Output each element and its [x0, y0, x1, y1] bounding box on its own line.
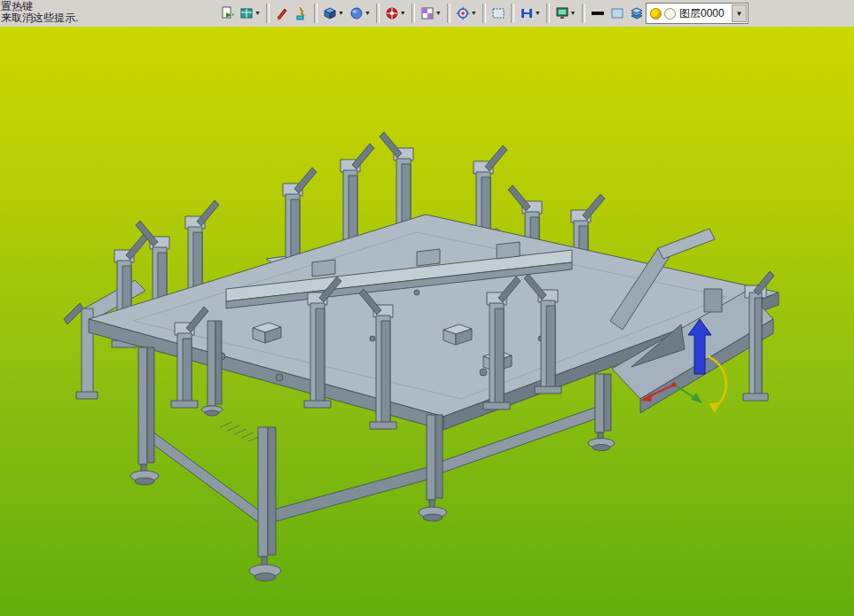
main-toolbar: 置热键 来取消这些提示. ▼ ▼ ▼ ▼ ▼ ▼ ▼ ▼: [0, 0, 854, 27]
toolbar-separator: [447, 4, 451, 23]
toolbar-separator: [582, 4, 585, 23]
dropdown-arrow-icon: ▼: [338, 3, 344, 24]
cad-model-svg: [0, 27, 854, 616]
fixture-model: [64, 132, 779, 581]
cad-application-window: 置热键 来取消这些提示. ▼ ▼ ▼ ▼ ▼ ▼ ▼ ▼: [0, 0, 854, 616]
fit-view-button[interactable]: ▼: [517, 2, 544, 25]
dropdown-arrow-icon: ▼: [255, 3, 261, 24]
display-mode-button[interactable]: ▼: [552, 2, 579, 25]
texture-icon: [420, 6, 435, 20]
fit-view-icon: [520, 6, 534, 20]
toolbar-separator: [266, 4, 270, 23]
work-plane-button[interactable]: [607, 2, 627, 25]
window-select-icon: [491, 6, 505, 20]
paint-fill-button[interactable]: [292, 2, 311, 25]
toolbar-separator: [511, 4, 514, 23]
paint-fill-icon: [294, 6, 309, 20]
vent-slots: [220, 422, 261, 441]
sketch-pen-button[interactable]: [272, 2, 292, 25]
viewport-3d[interactable]: [0, 27, 854, 616]
dropdown-arrow-icon: ▼: [400, 3, 406, 24]
dropdown-arrow-icon: ▼: [535, 3, 541, 24]
frame-leg: [419, 415, 447, 521]
render-table-button[interactable]: ▼: [237, 2, 263, 25]
shaded-sphere-button[interactable]: ▼: [347, 2, 373, 25]
work-plane-icon: [610, 6, 624, 20]
display-mode-icon: [555, 6, 569, 20]
layer-name: 图层0000: [679, 6, 732, 21]
dropdown-arrow-icon: ▼: [570, 3, 576, 24]
frame-leg: [249, 427, 281, 581]
hint-text: 置热键 来取消这些提示.: [1, 1, 78, 24]
export-button[interactable]: [217, 2, 237, 25]
render-table-icon: [239, 6, 254, 20]
dropdown-arrow-icon: ▼: [471, 3, 477, 24]
layer-visibility-bulb-icon[interactable]: [650, 8, 662, 19]
toolbar-separator: [376, 4, 380, 23]
wheel-button[interactable]: ▼: [382, 2, 409, 25]
toolbar-separator: [411, 4, 415, 23]
hint-line-2: 来取消这些提示.: [1, 12, 78, 24]
layer-color-swatch-icon: [664, 8, 676, 19]
frame-leg: [130, 347, 159, 485]
texture-button[interactable]: ▼: [418, 2, 444, 25]
snap-target-icon: [456, 6, 470, 20]
wheel-icon: [385, 6, 399, 20]
y-axis-arrow-icon: [691, 393, 702, 403]
layer-selector[interactable]: 图层0000 ▼: [646, 3, 748, 24]
layer-dropdown-button[interactable]: ▼: [732, 4, 747, 22]
line-width-button[interactable]: [588, 2, 607, 25]
window-select-button[interactable]: [489, 2, 508, 25]
dropdown-arrow-icon: ▼: [364, 3, 371, 24]
solid-cube-button[interactable]: ▼: [320, 2, 347, 25]
snap-target-button[interactable]: ▼: [453, 2, 480, 25]
toolbar-buttons: ▼ ▼ ▼ ▼ ▼ ▼ ▼ ▼ ▼: [217, 2, 653, 25]
line-width-icon: [591, 6, 605, 20]
shaded-sphere-icon: [349, 6, 364, 20]
dropdown-arrow-icon: ▼: [435, 3, 442, 24]
layers-icon: [630, 6, 644, 20]
toolbar-separator: [314, 4, 317, 23]
export-icon: [220, 6, 234, 20]
toolbar-separator: [482, 4, 486, 23]
toolbar-separator: [546, 4, 550, 23]
solid-cube-icon: [323, 6, 337, 20]
sketch-pen-icon: [275, 6, 289, 20]
